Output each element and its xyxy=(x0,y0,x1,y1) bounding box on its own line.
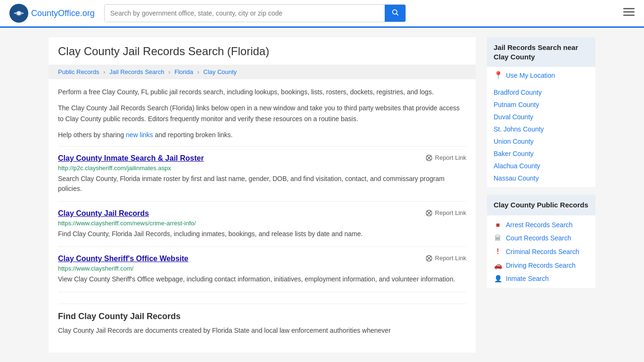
nearby-alachua[interactable]: Alachua County xyxy=(494,162,540,170)
list-item: ! Criminal Records Search xyxy=(487,245,595,259)
driving-icon: 🚗 xyxy=(494,262,502,269)
nearby-st-johns[interactable]: St. Johns County xyxy=(494,125,544,133)
public-records-section: Clay County Public Records ■ Arrest Reco… xyxy=(487,195,595,288)
list-item: Putnam County xyxy=(487,99,595,111)
intro-paragraph-1: Perform a free Clay County, FL public ja… xyxy=(58,87,466,97)
report-link-3[interactable]: Report Link xyxy=(425,255,466,262)
nearby-baker[interactable]: Baker County xyxy=(494,150,534,157)
nearby-nassau[interactable]: Nassau County xyxy=(494,174,539,182)
page-container: Clay County Jail Records Search (Florida… xyxy=(39,28,605,362)
result-desc-1: Search Clay County, Florida inmate roste… xyxy=(58,174,466,194)
result-item-1: Clay County Inmate Search & Jail Roster … xyxy=(58,146,466,201)
result-title-2[interactable]: Clay County Jail Records xyxy=(58,209,149,218)
svg-line-3 xyxy=(396,14,398,16)
result-desc-3: View Clay County Sheriff's Office webpag… xyxy=(58,274,466,284)
site-header: CountyOffice.org xyxy=(0,0,644,28)
list-item: 🏛 Court Records Search xyxy=(487,231,595,245)
content-body: Perform a free Clay County, FL public ja… xyxy=(49,87,476,353)
section-desc: Clay County Jail Records are documents c… xyxy=(58,325,466,336)
list-item: Union County xyxy=(487,135,595,148)
result-item-3: Clay County Sheriff's Office Website Rep… xyxy=(58,247,466,292)
nearby-section: Jail Records Search near Clay County 📍 U… xyxy=(487,37,595,187)
court-records-link[interactable]: Court Records Search xyxy=(506,234,571,242)
report-link-1[interactable]: Report Link xyxy=(425,154,466,162)
result-header-2: Clay County Jail Records Report Link xyxy=(58,209,466,218)
breadcrumb-clay-county[interactable]: Clay County xyxy=(203,68,237,75)
court-icon: 🏛 xyxy=(494,234,502,242)
arrest-records-link[interactable]: Arrest Records Search xyxy=(506,221,573,229)
result-title-1[interactable]: Clay County Inmate Search & Jail Roster xyxy=(58,154,204,163)
result-url-3: https://www.claysheriff.com/ xyxy=(58,265,466,272)
nearby-counties-list: Bradford County Putnam County Duval Coun… xyxy=(487,83,595,187)
location-icon: 📍 xyxy=(494,71,503,80)
nearby-heading: Jail Records Search near Clay County xyxy=(487,37,595,67)
search-button[interactable] xyxy=(385,5,405,22)
main-content: Clay County Jail Records Search (Florida… xyxy=(49,37,476,353)
report-link-2[interactable]: Report Link xyxy=(425,209,466,217)
result-header-1: Clay County Inmate Search & Jail Roster … xyxy=(58,154,466,163)
driving-records-link[interactable]: Driving Records Search xyxy=(506,262,576,269)
list-item: St. Johns County xyxy=(487,123,595,135)
logo-text: CountyOffice.org xyxy=(31,8,95,18)
inmate-icon: 👤 xyxy=(494,275,502,282)
svg-rect-6 xyxy=(623,15,635,16)
public-records-heading: Clay County Public Records xyxy=(487,195,595,215)
list-item: Baker County xyxy=(487,148,595,160)
svg-rect-4 xyxy=(623,8,635,9)
breadcrumb: Public Records › Jail Records Search › F… xyxy=(49,65,476,79)
list-item: ■ Arrest Records Search xyxy=(487,218,595,231)
result-title-3[interactable]: Clay County Sheriff's Office Website xyxy=(58,255,188,263)
result-item-2: Clay County Jail Records Report Link htt… xyxy=(58,201,466,247)
public-records-list: ■ Arrest Records Search 🏛 Court Records … xyxy=(487,215,595,288)
result-url-1: http://p2c.claysheriff.com/jailinmates.a… xyxy=(58,165,466,172)
search-bar xyxy=(104,4,406,22)
new-links-link[interactable]: new links xyxy=(126,131,153,139)
nearby-putnam[interactable]: Putnam County xyxy=(494,101,539,108)
page-title: Clay County Jail Records Search (Florida… xyxy=(49,37,476,58)
list-item: 👤 Inmate Search xyxy=(487,272,595,285)
result-header-3: Clay County Sheriff's Office Website Rep… xyxy=(58,255,466,263)
result-url-2: https://www.claysheriff.com/news/crime-a… xyxy=(58,220,466,227)
svg-point-1 xyxy=(17,11,21,15)
find-section: Find Clay County Jail Records Clay Count… xyxy=(58,292,466,343)
menu-icon[interactable] xyxy=(623,6,635,20)
nearby-bradford[interactable]: Bradford County xyxy=(494,89,542,96)
breadcrumb-florida[interactable]: Florida xyxy=(174,68,193,75)
list-item: Alachua County xyxy=(487,160,595,172)
use-location-link[interactable]: Use My Location xyxy=(506,72,555,79)
inmate-search-link[interactable]: Inmate Search xyxy=(506,275,549,282)
svg-point-2 xyxy=(392,10,396,14)
list-item: Bradford County xyxy=(487,86,595,99)
list-item: Nassau County xyxy=(487,172,595,184)
use-my-location[interactable]: 📍 Use My Location xyxy=(487,67,595,83)
arrest-icon: ■ xyxy=(494,221,502,229)
nearby-union[interactable]: Union County xyxy=(494,138,534,145)
result-desc-2: Find Clay County, Florida Jail Records, … xyxy=(58,229,466,239)
breadcrumb-public-records[interactable]: Public Records xyxy=(58,68,99,75)
criminal-icon: ! xyxy=(494,247,502,256)
svg-rect-5 xyxy=(623,11,635,13)
intro-paragraph-3: Help others by sharing new links and rep… xyxy=(58,130,466,140)
list-item: Duval County xyxy=(487,111,595,123)
section-title: Find Clay County Jail Records xyxy=(58,304,466,325)
search-input[interactable] xyxy=(105,5,385,22)
site-logo[interactable]: CountyOffice.org xyxy=(9,4,95,23)
nearby-duval[interactable]: Duval County xyxy=(494,113,533,121)
intro-paragraph-2: The Clay County Jail Records Search (Flo… xyxy=(58,103,466,124)
logo-icon xyxy=(9,4,28,23)
criminal-records-link[interactable]: Criminal Records Search xyxy=(506,248,579,255)
list-item: 🚗 Driving Records Search xyxy=(487,259,595,272)
sidebar: Jail Records Search near Clay County 📍 U… xyxy=(487,37,595,353)
breadcrumb-jail-records[interactable]: Jail Records Search xyxy=(109,68,164,75)
